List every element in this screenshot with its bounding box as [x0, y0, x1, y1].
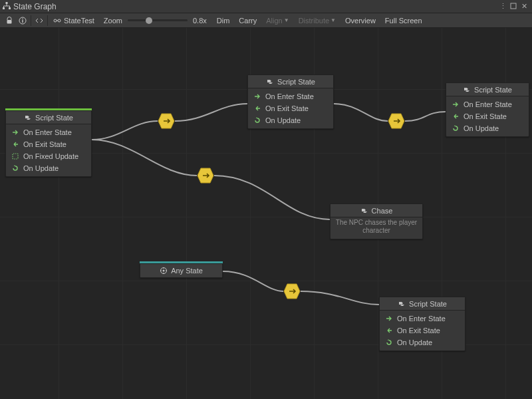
exit-icon	[253, 104, 261, 112]
exit-icon	[385, 327, 393, 334]
any-stripe	[140, 261, 223, 263]
node-header[interactable]: Any State	[140, 264, 222, 277]
event-row[interactable]: On Exit State	[253, 103, 328, 114]
node-title: Chase	[372, 207, 393, 215]
svg-rect-0	[6, 2, 8, 4]
event-row[interactable]: On Enter State	[253, 91, 328, 102]
node-rows: On Enter State On Exit State On Update	[248, 88, 333, 128]
toolbar: StateTest Zoom 0.8x Dim Carry Align▼ Dis…	[0, 13, 532, 28]
update-icon	[385, 338, 393, 346]
zoom-control: Zoom 0.8x	[98, 17, 212, 25]
transition-node[interactable]	[197, 168, 214, 184]
state-icon	[360, 207, 368, 215]
fixed-update-icon	[11, 152, 19, 160]
close-icon[interactable]: ✕	[519, 2, 529, 11]
state-node[interactable]: Script State On Enter State On Exit Stat…	[379, 297, 466, 351]
exit-icon	[452, 112, 460, 120]
distribute-dropdown[interactable]: Distribute▼	[294, 15, 340, 27]
breadcrumb-label: StateTest	[64, 17, 94, 25]
event-row[interactable]: On Enter State	[452, 99, 523, 110]
lock-button[interactable]	[3, 15, 16, 27]
event-row[interactable]: On Update	[385, 337, 460, 348]
svg-point-8	[54, 19, 57, 22]
node-subtitle: The NPC chases the player character	[331, 217, 422, 239]
dim-button[interactable]: Dim	[212, 15, 235, 27]
svg-rect-14	[13, 154, 18, 159]
code-button[interactable]	[33, 15, 46, 27]
event-row[interactable]: On Fixed Update	[11, 151, 86, 162]
maximize-icon[interactable]	[508, 3, 519, 11]
node-header[interactable]: Script State	[380, 297, 465, 311]
node-header[interactable]: Script State	[248, 75, 333, 88]
node-rows: On Enter State On Exit State On Fixed Up…	[6, 124, 91, 176]
svg-rect-2	[9, 7, 11, 9]
event-row[interactable]: On Exit State	[452, 111, 523, 122]
node-header[interactable]: Script State	[6, 111, 91, 124]
fullscreen-button[interactable]: Full Screen	[380, 15, 427, 27]
enter-icon	[253, 92, 261, 100]
state-icon	[463, 86, 471, 94]
zoom-label: Zoom	[104, 17, 122, 25]
graph-canvas[interactable]: Script State On Enter State On Exit Stat…	[0, 28, 532, 399]
breadcrumb[interactable]: StateTest	[49, 17, 98, 25]
event-row[interactable]: On Enter State	[385, 313, 460, 324]
transition-node[interactable]	[283, 283, 301, 299]
any-state-icon	[160, 267, 168, 275]
window-title: State Graph	[13, 2, 57, 11]
event-row[interactable]: On Update	[253, 115, 328, 126]
state-icon	[398, 300, 406, 308]
node-title: Script State	[409, 300, 447, 308]
align-dropdown[interactable]: Align▼	[261, 15, 293, 27]
node-title: Script State	[35, 114, 73, 122]
event-row[interactable]: On Update	[11, 163, 86, 174]
node-header[interactable]: Script State	[446, 83, 529, 96]
svg-point-9	[58, 19, 61, 22]
update-icon	[452, 124, 460, 132]
state-node[interactable]: Script State On Enter State On Exit Stat…	[446, 82, 529, 137]
state-node-start[interactable]: Script State On Enter State On Exit Stat…	[5, 110, 92, 177]
update-icon	[11, 164, 19, 172]
state-icon	[24, 114, 32, 122]
enter-icon	[11, 128, 19, 136]
svg-rect-4	[7, 20, 12, 24]
options-icon[interactable]: ⋮	[497, 2, 508, 11]
any-state-node[interactable]: Any State	[140, 263, 223, 278]
svg-rect-7	[22, 18, 23, 19]
transition-node[interactable]	[388, 113, 405, 129]
node-title: Script State	[474, 86, 512, 94]
node-title: Script State	[277, 78, 315, 86]
state-node[interactable]: Script State On Enter State On Exit Stat…	[247, 74, 334, 129]
svg-rect-3	[511, 3, 516, 9]
node-header[interactable]: Chase	[331, 204, 422, 217]
node-title: Any State	[171, 267, 203, 275]
state-node-chase[interactable]: Chase The NPC chases the player characte…	[330, 203, 423, 239]
window-titlebar: State Graph ⋮ ✕	[0, 0, 532, 13]
node-rows: On Enter State On Exit State On Update	[380, 311, 465, 350]
info-button[interactable]	[16, 15, 29, 27]
transition-node[interactable]	[158, 113, 175, 129]
event-row[interactable]: On Update	[452, 123, 523, 134]
exit-icon	[11, 140, 19, 148]
enter-icon	[385, 315, 393, 323]
svg-rect-1	[3, 7, 5, 9]
svg-point-16	[163, 270, 165, 272]
hierarchy-icon	[3, 2, 11, 11]
overview-button[interactable]: Overview	[340, 15, 380, 27]
update-icon	[253, 116, 261, 124]
start-stripe	[5, 108, 92, 110]
carry-button[interactable]: Carry	[234, 15, 261, 27]
zoom-value: 0.8x	[193, 17, 207, 25]
enter-icon	[452, 100, 460, 108]
event-row[interactable]: On Enter State	[11, 127, 86, 138]
state-graph-icon	[53, 17, 61, 25]
zoom-slider[interactable]	[128, 19, 188, 21]
state-icon	[266, 78, 274, 86]
event-row[interactable]: On Exit State	[11, 139, 86, 150]
node-rows: On Enter State On Exit State On Update	[446, 96, 529, 136]
svg-rect-6	[22, 20, 23, 23]
event-row[interactable]: On Exit State	[385, 325, 460, 336]
